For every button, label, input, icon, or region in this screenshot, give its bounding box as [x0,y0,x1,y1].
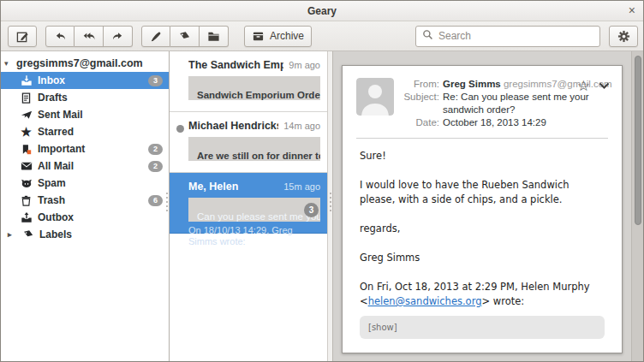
conversation-list: The Sandwich Empouri… 9m ago Sandwich Em… [170,51,328,361]
all-mail-badge: 2 [148,161,163,172]
conversation-quote-preview: On 18/10/13 14:29, Greg Simms wrote: [188,225,298,247]
move-folder-button[interactable] [200,26,229,47]
folder-sidebar: ▾ gregsimms7@gmail.com Inbox 3 Drafts [1,51,170,361]
reply-button[interactable] [45,26,75,47]
message-card-greg-simms[interactable]: From: Greg Simms gregsimms7@gmail.com Su… [342,65,623,353]
from-label: From: [402,78,443,91]
date-label: Date: [402,116,443,129]
search-icon [422,28,433,44]
toolbar: Archive [1,21,643,51]
conversation-time: 9m ago [289,60,320,70]
labels-icon [21,228,34,241]
sidebar-item-label: Outbox [38,211,74,223]
label-button[interactable] [170,26,200,47]
conversation-preview: Are we still on for dinner tomorrow n… [188,137,320,161]
conversation-row[interactable]: The Sandwich Empouri… 9m ago Sandwich Em… [170,51,327,112]
spam-icon [20,177,33,190]
body-paragraph: regards, [360,222,605,236]
gear-icon [617,30,630,43]
sidebar-item-drafts[interactable]: Drafts [1,89,169,106]
message-header: From: Greg Simms gregsimms7@gmail.com Su… [343,66,622,138]
main-content: ▾ gregsimms7@gmail.com Inbox 3 Drafts [1,51,643,361]
forward-icon [111,30,124,43]
account-header[interactable]: ▾ gregsimms7@gmail.com [1,55,169,72]
titlebar: Geary × [1,1,643,21]
mark-pen-icon [150,30,163,43]
conversation-title: Michael Hendrickson [188,120,278,132]
body-paragraph: Sure! [360,149,605,163]
subject-label: Subject: [402,91,443,116]
window-title: Geary [307,5,337,17]
mark-group [141,26,229,47]
sidebar-item-label: Drafts [38,92,68,104]
geary-window: Geary × [0,0,644,362]
sidebar-resize-handle[interactable] [166,193,168,214]
labels-expander-icon[interactable]: ▸ [8,230,16,239]
scrollbar-thumb[interactable] [635,56,641,225]
conversation-title: The Sandwich Empouri… [188,59,283,71]
sidebar-item-sent-mail[interactable]: Sent Mail [1,106,169,123]
sidebar-item-all-mail[interactable]: All Mail 2 [1,157,169,175]
star-message-icon[interactable]: ☆ [577,79,590,93]
sidebar-item-label: Inbox [38,74,65,86]
inbox-icon [20,74,33,87]
account-email: gregsimms7@gmail.com [16,57,143,69]
forward-button[interactable] [104,26,133,47]
conversation-title: Me, Helen [188,181,278,193]
reply-group [45,26,133,47]
star-icon: ★ [20,126,33,139]
all-mail-icon [20,160,33,173]
show-quote-button[interactable]: [show] [360,316,605,339]
drafts-icon [20,92,33,104]
sidebar-item-label: Spam [38,177,66,189]
outbox-icon [20,211,33,224]
conversation-preview: Sandwich Emporium Order #12442 [188,76,320,100]
conversation-preview: Can you please sent me your sandwich … [188,198,320,222]
sidebar-item-trash[interactable]: Trash 6 [1,192,169,209]
sidebar-item-labels[interactable]: ▸ Labels [1,226,169,243]
compose-button[interactable] [8,26,37,47]
message-view-pane: From: Greg Simms gregsimms7@gmail.com Su… [333,51,643,361]
sender-name: Greg Simms [443,79,501,89]
message-subject: Re: Can you please sent me your sandwich… [443,91,602,116]
sidebar-item-label: Trash [38,194,65,206]
sidebar-item-label: Starred [38,126,74,138]
compose-icon [16,30,29,43]
account-expander-icon[interactable]: ▾ [4,59,13,68]
menu-button[interactable] [609,26,638,47]
search-input[interactable] [438,30,593,42]
sidebar-item-label: All Mail [38,160,74,172]
collapse-message-icon[interactable] [599,78,610,93]
archive-button[interactable]: Archive [244,26,312,47]
trash-badge: 6 [148,195,163,206]
conversation-row[interactable]: Michael Hendrickson 14m ago Are we still… [170,112,327,173]
sidebar-item-spam[interactable]: Spam [1,175,169,192]
archive-icon [252,30,265,42]
message-scrollbar[interactable] [631,51,643,361]
important-icon [20,143,33,156]
search-box[interactable] [415,26,600,47]
mark-button[interactable] [141,26,170,47]
email-link[interactable]: helen@sandwiches.org [368,295,482,307]
body-signature: Greg Simms [360,251,605,265]
message-body: Sure! I would love to have the Rueben Sa… [343,139,622,353]
sidebar-item-inbox[interactable]: Inbox 3 [1,72,169,89]
close-window-icon[interactable]: × [629,3,635,17]
pane-resize-handle[interactable] [330,193,331,214]
avatar [356,78,394,116]
move-folder-icon [207,30,220,43]
sidebar-item-outbox[interactable]: Outbox [1,209,169,226]
sidebar-item-label: Labels [39,228,72,240]
reply-all-button[interactable] [75,26,104,47]
conversation-row-selected[interactable]: Me, Helen 15m ago Can you please sent me… [170,173,327,234]
inbox-unread-badge: 3 [148,75,163,86]
search-area [415,26,638,47]
sidebar-item-label: Important [38,143,85,155]
reply-all-icon [82,30,96,43]
sidebar-item-important[interactable]: Important 2 [1,140,169,157]
label-icon [178,30,191,43]
reply-icon [54,30,67,43]
sidebar-item-starred[interactable]: ★ Starred [1,123,169,140]
body-paragraph: I would love to have the Rueben Sandwich… [360,178,605,207]
quote-attribution: On Fri, Oct 18, 2013 at 2:29 PM, Helen M… [360,280,605,309]
